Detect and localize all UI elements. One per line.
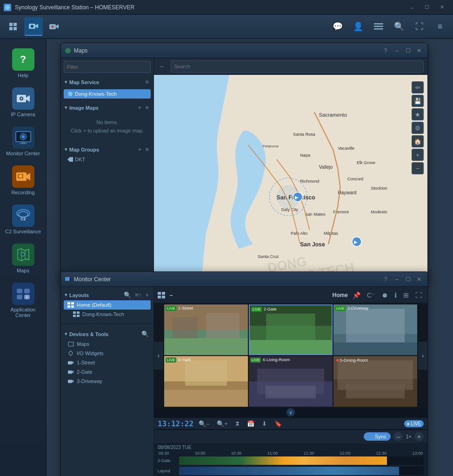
- monitor-minimize-btn[interactable]: –: [392, 275, 401, 284]
- toolbar-fullscreen-btn[interactable]: ⛶: [410, 17, 429, 36]
- close-button[interactable]: ✕: [434, 3, 449, 12]
- camera-5-rec-badge: 5-Dining-Room: [335, 357, 370, 363]
- image-maps-settings-btn[interactable]: ≡: [144, 104, 150, 111]
- timeline-2gate-bar[interactable]: [179, 456, 424, 465]
- layouts-header[interactable]: Layouts 🔍 ≡↑ +: [64, 290, 151, 300]
- filter-input[interactable]: [64, 61, 151, 73]
- maps-maximize-btn[interactable]: ☐: [403, 46, 413, 55]
- sidebar-item-recording[interactable]: Recording: [3, 162, 44, 199]
- layout-dkt[interactable]: Dong-Knows-Tech: [64, 310, 151, 319]
- sidebar-item-appcenter[interactable]: + Application Center: [3, 279, 44, 322]
- camera-cell-1-street[interactable]: LIVE 1-Street: [164, 304, 248, 355]
- camera-cell-4-yard[interactable]: LIVE 4-Yard: [164, 356, 248, 407]
- map-zoom-out-btn[interactable]: −: [412, 162, 424, 174]
- maps-minimize-btn[interactable]: –: [392, 46, 401, 55]
- sidebar-item-ipcamera[interactable]: IP Camera: [3, 84, 44, 121]
- camera-thumb-4: [164, 356, 248, 407]
- show-more-btn[interactable]: ∨: [286, 408, 295, 416]
- toolbar-user-btn[interactable]: 👤: [349, 17, 367, 36]
- toolbar-menu-btn[interactable]: [369, 17, 388, 36]
- devices-search-btn[interactable]: 🔍: [140, 331, 150, 337]
- camera-cell-5-dining[interactable]: 5-Dining-Room: [333, 356, 417, 407]
- maps-close-btn[interactable]: ✕: [414, 46, 424, 55]
- timeline-labels: 09:30 10:00 10:30 11:00 11:30 12:00 12:3…: [158, 451, 424, 456]
- sidebar-item-help[interactable]: ? Help: [3, 45, 44, 82]
- map-back-btn[interactable]: ←: [158, 62, 167, 71]
- monitor-titlebar: Monitor Center ? – ☐ ✕: [61, 272, 427, 287]
- layouts-sort-btn[interactable]: ≡↑: [134, 291, 142, 298]
- timeline-content: 08/08/2023 TUE 09:30 10:00 10:30 11:00 1…: [154, 443, 427, 476]
- toolbar-grid-btn[interactable]: [4, 17, 22, 36]
- map-zoom-in-btn[interactable]: +: [412, 149, 424, 161]
- sync-plus-btn[interactable]: +: [414, 432, 424, 441]
- map-edit-btn[interactable]: ✏: [412, 81, 424, 93]
- monitor-fullscreen-btn[interactable]: ⛶: [413, 291, 424, 300]
- image-maps-header[interactable]: Image Maps + ≡: [64, 102, 151, 113]
- svg-text:Hayward: Hayward: [338, 190, 356, 195]
- sidebar-item-c2[interactable]: C2 C2 Surveillance: [3, 201, 44, 238]
- sidebar-item-maps[interactable]: Maps: [3, 240, 44, 277]
- device-io-widgets[interactable]: I/O Widgets: [64, 349, 151, 358]
- minimize-button[interactable]: –: [405, 3, 420, 12]
- sidebar-ipcamera-label: IP Camera: [11, 112, 35, 117]
- monitor-pin-btn[interactable]: 📌: [351, 291, 362, 300]
- camera-cell-3-driveway[interactable]: LIVE 3-Driveway: [333, 304, 417, 355]
- monitor-rec-btn[interactable]: ⏺: [380, 291, 390, 300]
- toolbar-more-btn[interactable]: ≡: [431, 17, 449, 36]
- map-groups-add-btn[interactable]: +: [137, 146, 143, 153]
- map-star-btn[interactable]: ★: [412, 108, 424, 120]
- monitor-layout-btn[interactable]: ⊞: [401, 291, 411, 300]
- timeline-zoom-in-btn[interactable]: 🔍+: [214, 419, 230, 428]
- layouts-add-btn[interactable]: +: [144, 291, 150, 298]
- svg-point-7: [31, 25, 33, 28]
- map-save-btn[interactable]: 💾: [412, 95, 424, 107]
- device-2gate[interactable]: 2-Gate: [64, 367, 151, 377]
- devices-title: Devices & Tools: [69, 331, 139, 337]
- device-2gate-label: 2-Gate: [77, 369, 93, 375]
- toolbar-record-btn[interactable]: [45, 17, 63, 36]
- toolbar-chat-btn[interactable]: 💬: [328, 17, 347, 36]
- camera-cell-6-living[interactable]: LIVE 6-Living-Room: [249, 356, 333, 407]
- layouts-search-btn[interactable]: 🔍: [123, 291, 132, 298]
- camera-cell-2-gate[interactable]: LIVE 2-Gate: [249, 304, 333, 355]
- devices-header[interactable]: Devices & Tools 🔍: [64, 329, 151, 339]
- camera-scroll-left[interactable]: ‹: [154, 342, 163, 370]
- camera-scroll-right[interactable]: ›: [418, 342, 427, 370]
- sync-minus-btn[interactable]: –: [393, 432, 403, 441]
- monitor-c-btn[interactable]: C⁻: [365, 291, 377, 300]
- monitor-help-btn[interactable]: ?: [381, 275, 390, 284]
- timeline-filter-btn[interactable]: ⧗: [233, 419, 242, 428]
- timeline-2gate-row: 2-Gate: [158, 456, 424, 465]
- toolbar-search-btn[interactable]: 🔍: [390, 17, 408, 36]
- timeline-layout-bar[interactable]: [179, 467, 424, 475]
- map-search-input[interactable]: [171, 60, 424, 73]
- timeline-zoom-out-btn[interactable]: 🔍–: [196, 419, 212, 428]
- image-maps-add-btn[interactable]: +: [137, 104, 143, 111]
- camera-4-live-badge: LIVE: [166, 357, 176, 363]
- map-groups-title: Map Groups: [69, 147, 135, 152]
- timeline-download-btn[interactable]: ⬇: [260, 419, 269, 428]
- map-service-settings-btn[interactable]: ≡: [144, 79, 150, 86]
- map-service-header[interactable]: Map Service ≡: [64, 77, 151, 87]
- map-groups-settings-btn[interactable]: ≡: [144, 146, 150, 153]
- map-group-dkt[interactable]: DKT: [64, 155, 151, 164]
- toolbar-camera-btn[interactable]: [24, 17, 43, 36]
- map-groups-header[interactable]: Map Groups + ≡: [64, 144, 151, 155]
- maps-help-btn[interactable]: ?: [381, 46, 390, 55]
- timeline-calendar-btn[interactable]: 📅: [245, 419, 257, 428]
- layout-home-default[interactable]: Home (Default): [64, 300, 151, 310]
- map-home-btn[interactable]: 🏠: [412, 135, 424, 147]
- monitor-info-btn[interactable]: ℹ: [393, 291, 399, 300]
- monitor-maximize-btn[interactable]: ☐: [403, 275, 413, 284]
- map-service-item[interactable]: Dong-Knows-Tech: [64, 89, 151, 99]
- device-maps[interactable]: Maps: [64, 339, 151, 349]
- monitor-close-btn[interactable]: ✕: [414, 275, 424, 284]
- sidebar-item-monitor[interactable]: Monitor Center: [3, 123, 44, 160]
- maximize-button[interactable]: ☐: [420, 3, 434, 12]
- timeline-bookmark-btn[interactable]: 🔖: [272, 419, 284, 428]
- device-3driveway[interactable]: 3-Driveway: [64, 377, 151, 386]
- sync-button[interactable]: Sync: [364, 432, 391, 441]
- svg-rect-1: [9, 23, 13, 26]
- map-settings-btn[interactable]: ⚙: [412, 122, 424, 134]
- device-1street[interactable]: 1-Street: [64, 358, 151, 367]
